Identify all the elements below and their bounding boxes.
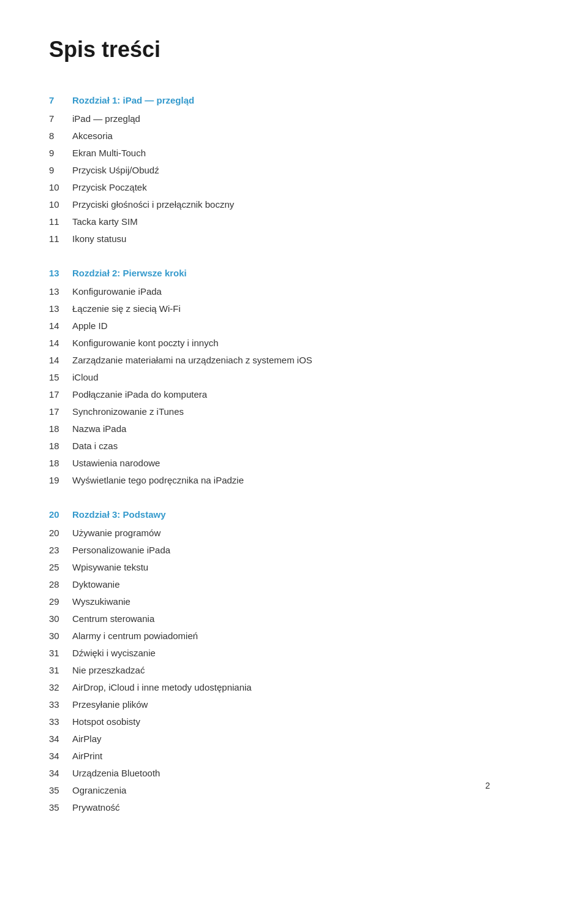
item-text: Centrum sterowania bbox=[72, 612, 154, 626]
item-text: Dyktowanie bbox=[72, 577, 120, 592]
toc-item-row: 32 AirDrop, iCloud i inne metody udostęp… bbox=[49, 680, 539, 695]
item-number: 14 bbox=[49, 319, 72, 333]
item-text: iPad — przegląd bbox=[72, 112, 140, 126]
item-number: 13 bbox=[49, 284, 72, 299]
item-number: 11 bbox=[49, 214, 72, 229]
item-number: 29 bbox=[49, 594, 72, 609]
toc-section-1: 13 Rozdział 2: Pierwsze kroki 13 Konfigu… bbox=[49, 266, 539, 488]
item-number: 35 bbox=[49, 800, 72, 815]
item-text: Przesyłanie plików bbox=[72, 697, 148, 712]
item-number: 10 bbox=[49, 197, 72, 212]
item-number: 31 bbox=[49, 663, 72, 678]
toc-item-row: 13 Konfigurowanie iPada bbox=[49, 284, 539, 299]
item-text: Nazwa iPada bbox=[72, 422, 126, 436]
item-text: Wyszukiwanie bbox=[72, 594, 130, 609]
chapter-number: 7 bbox=[49, 93, 72, 108]
item-text: Dźwięki i wyciszanie bbox=[72, 646, 156, 661]
item-number: 35 bbox=[49, 783, 72, 798]
toc-item-row: 23 Personalizowanie iPada bbox=[49, 543, 539, 558]
item-text: Konfigurowanie iPada bbox=[72, 284, 162, 299]
chapter-text: Rozdział 3: Podstawy bbox=[72, 507, 166, 522]
item-number: 14 bbox=[49, 336, 72, 351]
item-text: Łączenie się z siecią Wi-Fi bbox=[72, 301, 181, 316]
item-number: 14 bbox=[49, 353, 72, 368]
item-number: 30 bbox=[49, 629, 72, 643]
chapter-number: 20 bbox=[49, 507, 72, 522]
toc-item-row: 14 Konfigurowanie kont poczty i innych bbox=[49, 336, 539, 351]
item-number: 11 bbox=[49, 232, 72, 246]
toc-item-row: 29 Wyszukiwanie bbox=[49, 594, 539, 609]
item-text: AirDrop, iCloud i inne metody udostępnia… bbox=[72, 680, 252, 695]
item-text: Konfigurowanie kont poczty i innych bbox=[72, 336, 218, 351]
item-text: Synchronizowanie z iTunes bbox=[72, 404, 184, 419]
item-text: Prywatność bbox=[72, 800, 120, 815]
toc-item-row: 19 Wyświetlanie tego podręcznika na iPad… bbox=[49, 473, 539, 488]
item-number: 10 bbox=[49, 180, 72, 195]
item-text: Podłączanie iPada do komputera bbox=[72, 387, 207, 402]
item-number: 9 bbox=[49, 146, 72, 161]
page-title: Spis treści bbox=[49, 37, 539, 63]
item-text: Przyciski głośności i przełącznik boczny bbox=[72, 197, 234, 212]
toc-item-row: 20 Używanie programów bbox=[49, 526, 539, 540]
item-number: 31 bbox=[49, 646, 72, 661]
item-text: Zarządzanie materiałami na urządzeniach … bbox=[72, 353, 312, 368]
toc-chapter-row: 7 Rozdział 1: iPad — przegląd bbox=[49, 93, 539, 108]
item-number: 8 bbox=[49, 129, 72, 143]
item-number: 33 bbox=[49, 697, 72, 712]
toc-item-row: 33 Przesyłanie plików bbox=[49, 697, 539, 712]
item-text: Przycisk Początek bbox=[72, 180, 147, 195]
toc-item-row: 34 AirPrint bbox=[49, 749, 539, 764]
item-number: 23 bbox=[49, 543, 72, 558]
item-text: iCloud bbox=[72, 370, 99, 385]
toc-container: 7 Rozdział 1: iPad — przegląd 7 iPad — p… bbox=[49, 93, 539, 815]
item-text: AirPlay bbox=[72, 732, 102, 746]
item-text: Nie przeszkadzać bbox=[72, 663, 145, 678]
toc-item-row: 18 Data i czas bbox=[49, 439, 539, 453]
toc-item-row: 14 Zarządzanie materiałami na urządzenia… bbox=[49, 353, 539, 368]
item-number: 7 bbox=[49, 112, 72, 126]
toc-item-row: 35 Prywatność bbox=[49, 800, 539, 815]
toc-item-row: 17 Synchronizowanie z iTunes bbox=[49, 404, 539, 419]
toc-item-row: 31 Nie przeszkadzać bbox=[49, 663, 539, 678]
item-text: AirPrint bbox=[72, 749, 102, 764]
item-text: Przycisk Uśpij/Obudź bbox=[72, 163, 159, 178]
item-number: 20 bbox=[49, 526, 72, 540]
toc-item-row: 7 iPad — przegląd bbox=[49, 112, 539, 126]
toc-item-row: 34 AirPlay bbox=[49, 732, 539, 746]
item-text: Ustawienia narodowe bbox=[72, 456, 160, 471]
item-text: Akcesoria bbox=[72, 129, 113, 143]
toc-item-row: 13 Łączenie się z siecią Wi-Fi bbox=[49, 301, 539, 316]
item-number: 34 bbox=[49, 766, 72, 781]
item-text: Personalizowanie iPada bbox=[72, 543, 170, 558]
item-number: 18 bbox=[49, 456, 72, 471]
item-text: Ograniczenia bbox=[72, 783, 126, 798]
toc-item-row: 11 Tacka karty SIM bbox=[49, 214, 539, 229]
item-number: 25 bbox=[49, 560, 72, 575]
item-text: Hotspot osobisty bbox=[72, 714, 140, 729]
toc-chapter-row: 13 Rozdział 2: Pierwsze kroki bbox=[49, 266, 539, 281]
item-text: Ikony statusu bbox=[72, 232, 126, 246]
item-number: 30 bbox=[49, 612, 72, 626]
item-text: Data i czas bbox=[72, 439, 118, 453]
item-number: 15 bbox=[49, 370, 72, 385]
item-text: Wyświetlanie tego podręcznika na iPadzie bbox=[72, 473, 244, 488]
item-text: Ekran Multi-Touch bbox=[72, 146, 146, 161]
item-number: 34 bbox=[49, 749, 72, 764]
item-number: 18 bbox=[49, 422, 72, 436]
item-number: 18 bbox=[49, 439, 72, 453]
toc-item-row: 30 Alarmy i centrum powiadomień bbox=[49, 629, 539, 643]
toc-item-row: 25 Wpisywanie tekstu bbox=[49, 560, 539, 575]
toc-item-row: 11 Ikony statusu bbox=[49, 232, 539, 246]
item-number: 17 bbox=[49, 404, 72, 419]
item-text: Apple ID bbox=[72, 319, 108, 333]
item-number: 32 bbox=[49, 680, 72, 695]
item-text: Wpisywanie tekstu bbox=[72, 560, 148, 575]
toc-item-row: 17 Podłączanie iPada do komputera bbox=[49, 387, 539, 402]
toc-item-row: 30 Centrum sterowania bbox=[49, 612, 539, 626]
toc-item-row: 35 Ograniczenia bbox=[49, 783, 539, 798]
toc-item-row: 28 Dyktowanie bbox=[49, 577, 539, 592]
toc-section-0: 7 Rozdział 1: iPad — przegląd 7 iPad — p… bbox=[49, 93, 539, 246]
chapter-text: Rozdział 1: iPad — przegląd bbox=[72, 93, 194, 108]
chapter-text: Rozdział 2: Pierwsze kroki bbox=[72, 266, 187, 281]
toc-item-row: 9 Ekran Multi-Touch bbox=[49, 146, 539, 161]
